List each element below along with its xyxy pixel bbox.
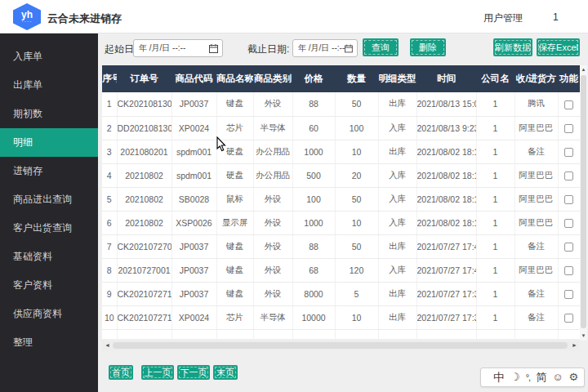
table-cell: 9 xyxy=(102,282,117,305)
table-cell: JP0037 xyxy=(172,258,216,282)
table-cell: 阿里巴巴 xyxy=(514,116,558,140)
table-cell: 10 xyxy=(335,305,378,329)
table-cell: 1 xyxy=(476,187,514,211)
table-header-row: 序号订单号商品代码商品名称商品类别价格数量明细类型时间公司名收/进货方功能 xyxy=(102,65,580,92)
user-management-link[interactable]: 用户管理 xyxy=(483,11,523,25)
calendar-icon[interactable] xyxy=(345,44,353,53)
horizontal-scrollbar[interactable]: ◄ ► xyxy=(102,341,580,350)
table-cell: 20210802 xyxy=(117,187,172,211)
table-row: 1CK20210813001JP0037键盘外设8850出库2021/08/13… xyxy=(102,92,580,116)
table-cell: XSP0026 xyxy=(172,211,216,234)
table-cell: 外设 xyxy=(253,211,292,234)
table-cell xyxy=(558,329,580,339)
last-page-button[interactable]: 末页 xyxy=(213,365,238,380)
row-checkbox[interactable] xyxy=(564,172,573,180)
vertical-scrollbar-thumb[interactable] xyxy=(581,75,586,328)
table-cell: CK20210813001 xyxy=(117,92,172,116)
scroll-right-icon[interactable]: ► xyxy=(572,341,577,350)
table-body: 1CK20210813001JP0037键盘外设8850出库2021/08/13… xyxy=(102,92,580,339)
table-row: 620210802XSP0026显示屏外设100010入库2021/08/02 … xyxy=(102,211,580,234)
sidebar-item-1[interactable]: 出库单 xyxy=(0,71,98,100)
app-title: 云合未来进销存 xyxy=(47,11,122,26)
sidebar-item-2[interactable]: 期初数 xyxy=(0,100,98,128)
scroll-down-icon[interactable]: ▼ xyxy=(580,332,587,340)
query-button[interactable]: 查询 xyxy=(363,38,399,56)
refresh-data-button[interactable]: 刷新数据 xyxy=(493,38,532,56)
prev-page-button[interactable]: 上一页 xyxy=(141,365,174,380)
sidebar-item-7[interactable]: 基础资料 xyxy=(0,243,98,271)
first-page-button[interactable]: 首页 xyxy=(109,365,133,380)
table-cell: XP0024 xyxy=(172,116,216,140)
sidebar-item-9[interactable]: 供应商资料 xyxy=(0,300,98,328)
table-cell: 50 xyxy=(335,187,378,211)
table-cell: 入库 xyxy=(378,187,416,211)
sidebar-item-6[interactable]: 客户出货查询 xyxy=(0,214,98,243)
table-cell: 1 xyxy=(476,305,514,329)
gear-icon[interactable]: ⚙ xyxy=(568,368,578,386)
calendar-icon[interactable] xyxy=(209,44,218,53)
row-checkbox[interactable] xyxy=(564,148,573,157)
save-excel-button[interactable]: 保存Excel xyxy=(537,38,580,56)
row-checkbox[interactable] xyxy=(564,314,573,323)
row-checkbox[interactable] xyxy=(564,290,573,299)
table-cell: 2021/08/13 15:07 xyxy=(416,92,476,116)
sidebar-item-3[interactable]: 明细 xyxy=(0,128,98,157)
row-checkbox[interactable] xyxy=(564,243,573,252)
table-cell: DD20210813001 xyxy=(117,116,172,140)
table-row: 32021080201spdm001硬盘办公用品100010出库2021/08/… xyxy=(102,140,580,163)
sidebar-item-5[interactable]: 商品进出查询 xyxy=(0,185,98,214)
column-header-4: 商品类别 xyxy=(253,65,292,92)
ime-lang-mode-toggle[interactable]: 中 xyxy=(493,368,505,386)
row-action-cell xyxy=(558,116,580,140)
delete-button[interactable]: 删除 xyxy=(410,38,446,56)
table-cell: 2021/07/27 17:33 xyxy=(416,282,476,305)
sidebar-menu: 入库单出库单期初数明细进销存商品进出查询客户出货查询基础资料客户资料供应商资料整… xyxy=(0,33,98,392)
table-cell: 阿里巴巴 xyxy=(514,187,558,211)
vertical-scrollbar[interactable]: ▲ ▼ xyxy=(580,65,587,341)
table-cell: 2021/08/02 18:14 xyxy=(416,211,476,234)
table-cell: 硬盘 xyxy=(216,140,253,163)
punctuation-mode-icon[interactable]: °, xyxy=(526,368,530,386)
table-row: 420210802spdm001硬盘办公用品50020入库2021/08/02 … xyxy=(102,163,580,187)
table-cell: JP0037 xyxy=(172,234,216,258)
table-cell: 外设 xyxy=(253,187,292,211)
sidebar-item-8[interactable]: 客户资料 xyxy=(0,271,98,300)
sidebar-item-4[interactable]: 进销存 xyxy=(0,157,98,185)
top-bar: yh ···· 云合未来进销存 用户管理 1 xyxy=(0,0,588,33)
table-cell: JP0037 xyxy=(172,92,216,116)
end-date-value: 年 /月/日 --:-- xyxy=(298,42,345,54)
next-page-button[interactable]: 下一页 xyxy=(177,365,210,380)
ime-charset-toggle[interactable]: 简 xyxy=(536,368,546,386)
row-checkbox[interactable] xyxy=(564,195,573,204)
scroll-up-icon[interactable]: ▲ xyxy=(580,66,587,74)
moon-icon[interactable]: ☽ xyxy=(510,368,520,386)
table-cell: 50 xyxy=(335,234,378,258)
row-checkbox[interactable] xyxy=(564,100,573,109)
sidebar-item-10[interactable]: 整理 xyxy=(0,328,98,357)
table-cell: 2021/07/27 17:33 xyxy=(416,305,476,329)
start-date-input[interactable]: 年 /月/日 --:-- xyxy=(133,39,223,57)
table-cell: XP0024 xyxy=(172,305,216,329)
horizontal-scrollbar-thumb[interactable] xyxy=(113,342,568,349)
table-cell: 20210802 xyxy=(117,163,172,187)
row-checkbox[interactable] xyxy=(564,219,573,228)
column-header-1: 订单号 xyxy=(117,65,172,92)
table-cell: 入库 xyxy=(378,258,416,282)
table-cell: SB0028 xyxy=(172,187,216,211)
column-header-9: 公司名 xyxy=(476,65,514,92)
table-cell: spdm001 xyxy=(172,163,216,187)
row-checkbox[interactable] xyxy=(564,266,573,275)
row-checkbox[interactable] xyxy=(564,124,573,133)
table-cell: 50 xyxy=(335,92,378,116)
table-row-partial xyxy=(102,329,580,339)
smiley-icon[interactable]: ☺ xyxy=(552,368,563,386)
row-action-cell xyxy=(558,140,580,163)
end-date-input[interactable]: 年 /月/日 --:-- xyxy=(292,39,358,57)
scroll-left-icon[interactable]: ◄ xyxy=(105,341,110,350)
sidebar-item-0[interactable]: 入库单 xyxy=(0,42,98,71)
table-cell: 备注 xyxy=(514,140,558,163)
table-cell: 8000 xyxy=(292,282,335,305)
table-row: 2DD20210813001XP0024芯片半导体60100入库2021/08/… xyxy=(102,116,580,140)
app-logo: yh ···· xyxy=(13,3,41,30)
table-cell: 出库 xyxy=(378,305,416,329)
